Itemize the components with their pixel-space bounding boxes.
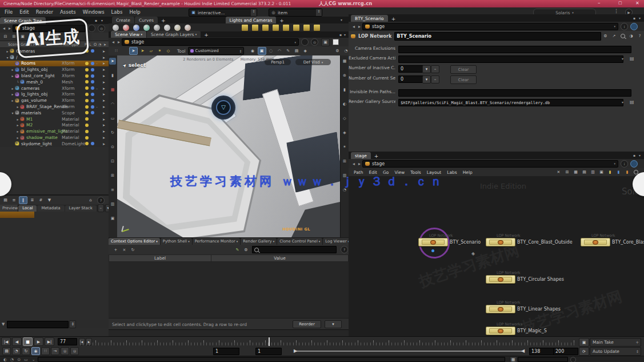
params-path-field[interactable]: stage ▾: [362, 23, 618, 30]
list-view-icon[interactable]: ▤: [2, 197, 9, 204]
lop-node-bty-magic-s[interactable]: LOP NetworksBTY_Magic_S: [486, 327, 515, 335]
toggle-b-icon[interactable]: ▫: [70, 347, 79, 355]
activation-toggle[interactable]: [91, 80, 94, 83]
gray-tool-icon[interactable]: [153, 24, 161, 31]
param-int-field[interactable]: 0: [398, 75, 425, 83]
tree-row-m1[interactable]: ▸M1Material➤: [0, 116, 109, 122]
gear-icon[interactable]: ⚙: [334, 47, 341, 54]
hand-pan-icon[interactable]: ◠: [109, 101, 116, 108]
select-cursor-icon[interactable]: ➤: [102, 111, 105, 115]
add-pane-tab[interactable]: +: [201, 32, 211, 38]
range-end-field[interactable]: 200: [553, 348, 578, 355]
expand-caret-icon[interactable]: ▸: [15, 129, 20, 133]
select-cursor-icon[interactable]: ➤: [102, 105, 105, 109]
character-pick-icon[interactable]: ◉: [249, 47, 257, 54]
yellow-note-icon[interactable]: ▮: [606, 169, 614, 176]
context-search-field[interactable]: [252, 246, 337, 253]
snap-icon[interactable]: ⊞: [109, 172, 116, 179]
details-spinner-icon[interactable]: ⇕: [69, 320, 76, 328]
expand-caret-icon[interactable]: ▸: [10, 98, 15, 102]
select-cursor-icon[interactable]: ➤: [102, 117, 105, 121]
network-canvas[interactable]: Indie Edition Solaris 技艺学习素材网 技艺学习素材网 LO…: [349, 176, 644, 336]
param-int-field[interactable]: 0: [398, 65, 425, 73]
character-tool-icon[interactable]: [174, 24, 181, 31]
update-mode-icon[interactable]: ⟳: [579, 347, 589, 356]
display-options-icon[interactable]: ◎: [311, 38, 318, 46]
select-cursor-icon[interactable]: ➤: [102, 67, 105, 71]
menu-render[interactable]: Render: [33, 9, 57, 15]
tree-row-cameras[interactable]: ▸camerasXform–➤: [0, 85, 109, 92]
shelf-add-tab-2[interactable]: +: [277, 18, 287, 23]
timeline-ruler[interactable]: [80, 339, 574, 345]
col-label[interactable]: Label: [109, 254, 211, 262]
lop-node-bty-core-blast-[interactable]: LOP NetworkBTY_Core_Blast_: [581, 238, 610, 246]
status-expand-icon[interactable]: ⌄: [32, 357, 35, 362]
search-icon[interactable]: [619, 33, 626, 39]
list-view-icon[interactable]: ▤: [581, 169, 588, 176]
help-icon[interactable]: ?: [341, 246, 348, 253]
pane-tab-python-shell[interactable]: Python Shell▾: [161, 238, 192, 245]
reorder-button[interactable]: Reorder: [293, 320, 321, 328]
maximize-button[interactable]: ▢: [618, 1, 622, 5]
shelf-tab-lights-cameras[interactable]: Lights and Cameras: [226, 17, 277, 23]
activation-toggle[interactable]: [91, 62, 94, 65]
camera-tool-icon[interactable]: [303, 24, 310, 31]
star-tool-icon[interactable]: [293, 24, 300, 31]
interactive-combo[interactable]: ▣ interactive... ⇕: [189, 9, 257, 17]
details-minus-icon[interactable]: –: [98, 204, 104, 212]
render-region-icon[interactable]: ▦: [109, 86, 116, 93]
collapse-all-icon[interactable]: ⊟: [2, 33, 9, 40]
pane-tab-context-options-editor[interactable]: Context Options Editor▾: [109, 238, 160, 245]
tree-row-rooms[interactable]: RoomsXform–➤: [0, 61, 109, 67]
activation-toggle[interactable]: [91, 68, 94, 71]
compare-icon[interactable]: ◑: [627, 33, 635, 39]
tree-row-materials[interactable]: ▾materialsScope➤: [0, 110, 109, 116]
viewport-3d[interactable]: ▽ 2 Renderers an 0 Elements Memory: 534.…: [117, 55, 340, 237]
take-dropdown[interactable]: Main Take +: [590, 338, 641, 347]
camera-icon[interactable]: ▣: [109, 215, 116, 222]
cut-icon[interactable]: ✕: [555, 169, 562, 176]
visibility-toggle[interactable]: [85, 111, 89, 114]
orange-note-icon[interactable]: ▮: [623, 169, 631, 176]
shelf-tab-curves[interactable]: Curves: [135, 17, 158, 23]
range-slider[interactable]: [296, 351, 525, 352]
help-circle-icon[interactable]: ?: [636, 33, 643, 39]
blue-note-icon[interactable]: ▮: [615, 169, 622, 176]
pin-icon[interactable]: [630, 160, 638, 168]
tree-row-shadow-matte[interactable]: ▸shadow_matteMaterial➤: [0, 134, 109, 141]
lop-node-bty-circular-shapes[interactable]: LOP NetworkBTY_Circular Shapes: [486, 275, 515, 284]
param-menu-icon[interactable]: ▾: [622, 57, 623, 61]
current-frame-field[interactable]: 77: [58, 338, 77, 345]
snapshot-circle-icon[interactable]: [88, 25, 95, 32]
globe-tool-icon[interactable]: [143, 24, 150, 31]
jump-end-button[interactable]: ▶|: [45, 337, 54, 346]
pane-split-icon[interactable]: ▪: [339, 33, 342, 37]
spinner-icon[interactable]: ⇕: [316, 9, 322, 16]
visibility-toggle[interactable]: [85, 136, 89, 140]
network-menu-help[interactable]: Help: [460, 170, 475, 175]
home-icon[interactable]: ⌂: [87, 197, 94, 204]
param-text-field[interactable]: [398, 46, 631, 53]
tree-row-gas-volume[interactable]: ▸gas_volumeXform➤: [0, 97, 109, 104]
col-value[interactable]: Value: [211, 254, 349, 262]
network-path-field[interactable]: stage ▾: [362, 160, 618, 168]
pane-tab-render-gallery[interactable]: Render Gallery▾: [241, 238, 277, 245]
play-reverse-button[interactable]: ◀: [12, 337, 22, 346]
visibility-toggle[interactable]: [85, 74, 89, 78]
note-icon[interactable]: ▭: [24, 357, 28, 362]
pane-menu-icon[interactable]: ▾: [639, 16, 641, 20]
activation-toggle[interactable]: [91, 74, 94, 78]
clock-icon[interactable]: ◔: [10, 357, 14, 362]
expand-caret-icon[interactable]: ▸: [15, 136, 20, 140]
forward-icon[interactable]: ▸: [358, 24, 361, 29]
item-combo[interactable]: ◎ item ⇕: [269, 9, 322, 17]
range-slider-left-handle[interactable]: ▶: [294, 348, 297, 353]
clear-button[interactable]: Clear: [450, 65, 477, 74]
pane-tab-performance-monitor[interactable]: Performance Monitor▾: [193, 238, 241, 245]
param-text-field[interactable]: $HIP/galleries/SciFi_Magic_Blast.BTY_Sce…: [398, 99, 623, 106]
lightmixer-tool-icon[interactable]: [313, 24, 321, 31]
clear-button[interactable]: Clear: [450, 75, 477, 84]
filter-funnel-icon[interactable]: ▼: [2, 322, 5, 327]
select-cursor-icon[interactable]: ➤: [102, 61, 105, 65]
split-view-icon[interactable]: ▥: [109, 201, 116, 208]
